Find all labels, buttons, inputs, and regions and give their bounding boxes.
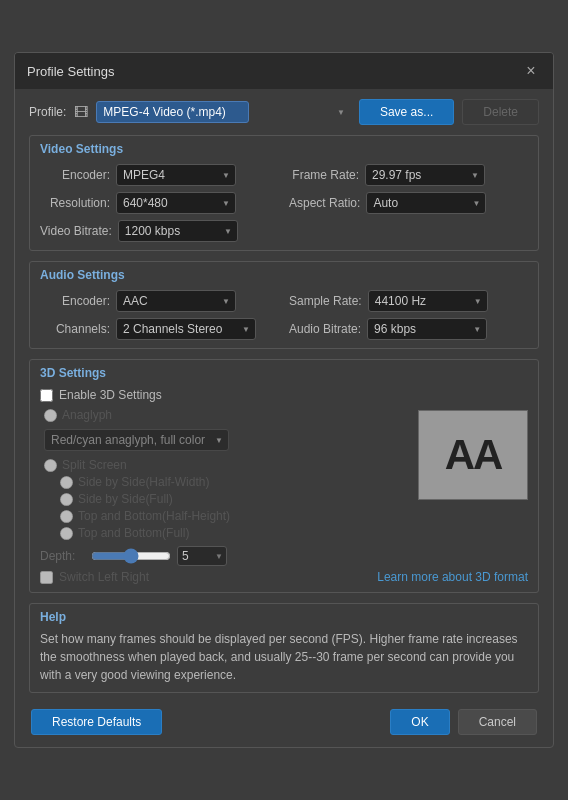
3d-right-column: AA Learn more about 3D format bbox=[377, 408, 528, 584]
audio-settings-section: Audio Settings Encoder: AAC Sample Rate: bbox=[29, 261, 539, 349]
aspect-ratio-select-wrapper[interactable]: Auto bbox=[366, 192, 486, 214]
split-screen-radio[interactable] bbox=[44, 459, 57, 472]
resolution-row: Resolution: 640*480 bbox=[40, 192, 279, 214]
sample-rate-label: Sample Rate: bbox=[289, 294, 362, 308]
side-half-label: Side by Side(Half-Width) bbox=[78, 475, 209, 489]
encoder-select[interactable]: MPEG4 bbox=[116, 164, 236, 186]
resolution-select[interactable]: 640*480 bbox=[116, 192, 236, 214]
profile-row: Profile: 🎞 MPEG-4 Video (*.mp4) Save as.… bbox=[29, 99, 539, 125]
3d-options-left: Anaglyph Red/cyan anaglyph, full color bbox=[40, 408, 367, 584]
anaglyph-radio[interactable] bbox=[44, 409, 57, 422]
dialog-content: Profile: 🎞 MPEG-4 Video (*.mp4) Save as.… bbox=[15, 89, 553, 747]
top-half-label: Top and Bottom(Half-Height) bbox=[78, 509, 230, 523]
top-full-radio[interactable] bbox=[60, 527, 73, 540]
side-full-label: Side by Side(Full) bbox=[78, 492, 173, 506]
frame-rate-select-wrapper[interactable]: 29.97 fps bbox=[365, 164, 485, 186]
video-settings-grid: Encoder: MPEG4 Frame Rate: 29.97 fps bbox=[40, 164, 528, 242]
3d-settings-title: 3D Settings bbox=[40, 366, 528, 380]
save-as-button[interactable]: Save as... bbox=[359, 99, 454, 125]
audio-bitrate-select[interactable]: 96 kbps bbox=[367, 318, 487, 340]
profile-label: Profile: bbox=[29, 105, 66, 119]
channels-select[interactable]: 2 Channels Stereo bbox=[116, 318, 256, 340]
depth-value-select[interactable]: 5 bbox=[177, 546, 227, 566]
switch-lr-label: Switch Left Right bbox=[59, 570, 149, 584]
split-screen-radio-row: Split Screen bbox=[44, 458, 367, 472]
aspect-ratio-select[interactable]: Auto bbox=[366, 192, 486, 214]
video-bitrate-select[interactable]: 1200 kbps bbox=[118, 220, 238, 242]
aa-preview-text: AA bbox=[419, 411, 527, 499]
switch-lr-checkbox[interactable] bbox=[40, 571, 53, 584]
enable-3d-label[interactable]: Enable 3D Settings bbox=[59, 388, 162, 402]
top-full-radio-row: Top and Bottom(Full) bbox=[60, 526, 367, 540]
footer-right-buttons: OK Cancel bbox=[390, 709, 537, 735]
audio-encoder-label: Encoder: bbox=[40, 294, 110, 308]
encoder-select-wrapper[interactable]: MPEG4 bbox=[116, 164, 236, 186]
aa-preview-box: AA bbox=[418, 410, 528, 500]
delete-button[interactable]: Delete bbox=[462, 99, 539, 125]
frame-rate-row: Frame Rate: 29.97 fps bbox=[289, 164, 528, 186]
side-full-radio-row: Side by Side(Full) bbox=[60, 492, 367, 506]
split-screen-label: Split Screen bbox=[62, 458, 127, 472]
enable-3d-row: Enable 3D Settings bbox=[40, 388, 528, 402]
side-half-radio-row: Side by Side(Half-Width) bbox=[60, 475, 367, 489]
channels-select-wrapper[interactable]: 2 Channels Stereo bbox=[116, 318, 256, 340]
channels-label: Channels: bbox=[40, 322, 110, 336]
video-bitrate-label: Video Bitrate: bbox=[40, 224, 112, 238]
profile-settings-dialog: Profile Settings × Profile: 🎞 MPEG-4 Vid… bbox=[14, 52, 554, 748]
help-title: Help bbox=[40, 610, 528, 624]
footer: Restore Defaults OK Cancel bbox=[29, 703, 539, 737]
sample-rate-select-wrapper[interactable]: 44100 Hz bbox=[368, 290, 488, 312]
aspect-ratio-row: Aspect Ratio: Auto bbox=[289, 192, 528, 214]
video-bitrate-select-wrapper[interactable]: 1200 kbps bbox=[118, 220, 238, 242]
encoder-label: Encoder: bbox=[40, 168, 110, 182]
audio-bitrate-label: Audio Bitrate: bbox=[289, 322, 361, 336]
ok-button[interactable]: OK bbox=[390, 709, 449, 735]
depth-slider[interactable] bbox=[91, 548, 171, 564]
resolution-label: Resolution: bbox=[40, 196, 110, 210]
restore-defaults-button[interactable]: Restore Defaults bbox=[31, 709, 162, 735]
side-half-radio[interactable] bbox=[60, 476, 73, 489]
audio-bitrate-row: Audio Bitrate: 96 kbps bbox=[289, 318, 528, 340]
audio-settings-grid: Encoder: AAC Sample Rate: 44100 Hz bbox=[40, 290, 528, 340]
audio-settings-title: Audio Settings bbox=[40, 268, 528, 282]
video-settings-title: Video Settings bbox=[40, 142, 528, 156]
3d-layout: Anaglyph Red/cyan anaglyph, full color bbox=[40, 408, 528, 584]
side-full-radio[interactable] bbox=[60, 493, 73, 506]
anaglyph-label: Anaglyph bbox=[62, 408, 112, 422]
close-button[interactable]: × bbox=[521, 61, 541, 81]
anaglyph-dropdown-wrapper[interactable]: Red/cyan anaglyph, full color bbox=[44, 429, 229, 451]
learn-more-link[interactable]: Learn more about 3D format bbox=[377, 570, 528, 584]
aspect-ratio-label: Aspect Ratio: bbox=[289, 196, 360, 210]
anaglyph-select[interactable]: Red/cyan anaglyph, full color bbox=[44, 429, 229, 451]
anaglyph-radio-row: Anaglyph bbox=[44, 408, 367, 422]
encoder-row: Encoder: MPEG4 bbox=[40, 164, 279, 186]
profile-select-wrapper[interactable]: MPEG-4 Video (*.mp4) bbox=[96, 101, 351, 123]
cancel-button[interactable]: Cancel bbox=[458, 709, 537, 735]
frame-rate-select[interactable]: 29.97 fps bbox=[365, 164, 485, 186]
sample-rate-select[interactable]: 44100 Hz bbox=[368, 290, 488, 312]
audio-encoder-select-wrapper[interactable]: AAC bbox=[116, 290, 236, 312]
film-icon: 🎞 bbox=[74, 104, 88, 120]
help-text: Set how many frames should be displayed … bbox=[40, 630, 528, 684]
profile-select[interactable]: MPEG-4 Video (*.mp4) bbox=[96, 101, 249, 123]
top-half-radio-row: Top and Bottom(Half-Height) bbox=[60, 509, 367, 523]
3d-radio-group: Anaglyph Red/cyan anaglyph, full color bbox=[44, 408, 367, 540]
enable-3d-checkbox[interactable] bbox=[40, 389, 53, 402]
audio-encoder-select[interactable]: AAC bbox=[116, 290, 236, 312]
audio-bitrate-select-wrapper[interactable]: 96 kbps bbox=[367, 318, 487, 340]
video-bitrate-row: Video Bitrate: 1200 kbps bbox=[40, 220, 279, 242]
3d-settings-section: 3D Settings Enable 3D Settings Anaglyph bbox=[29, 359, 539, 593]
title-bar: Profile Settings × bbox=[15, 53, 553, 89]
channels-row: Channels: 2 Channels Stereo bbox=[40, 318, 279, 340]
top-full-label: Top and Bottom(Full) bbox=[78, 526, 189, 540]
resolution-select-wrapper[interactable]: 640*480 bbox=[116, 192, 236, 214]
audio-encoder-row: Encoder: AAC bbox=[40, 290, 279, 312]
top-half-radio[interactable] bbox=[60, 510, 73, 523]
help-section: Help Set how many frames should be displ… bbox=[29, 603, 539, 693]
video-settings-section: Video Settings Encoder: MPEG4 Frame Rate… bbox=[29, 135, 539, 251]
depth-value-wrapper[interactable]: 5 bbox=[177, 546, 227, 566]
sample-rate-row: Sample Rate: 44100 Hz bbox=[289, 290, 528, 312]
depth-row: Depth: 5 bbox=[40, 546, 367, 566]
frame-rate-label: Frame Rate: bbox=[289, 168, 359, 182]
depth-label: Depth: bbox=[40, 549, 85, 563]
